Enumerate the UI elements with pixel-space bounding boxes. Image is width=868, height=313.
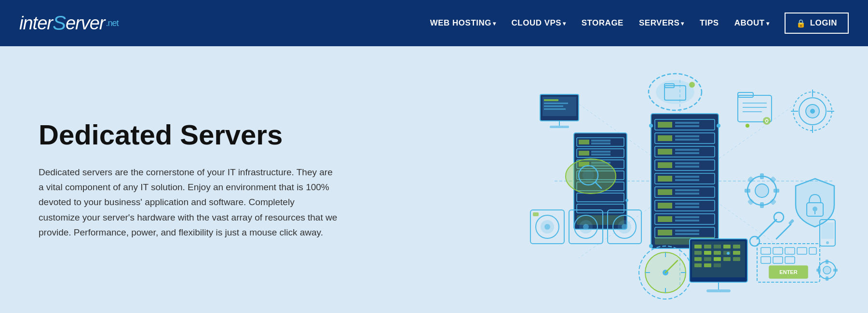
svg-rect-128 bbox=[785, 257, 795, 263]
nav-item-storage[interactable]: STORAGE bbox=[582, 18, 624, 28]
svg-rect-116 bbox=[704, 263, 711, 267]
svg-rect-53 bbox=[579, 151, 589, 156]
svg-rect-17 bbox=[675, 139, 699, 141]
svg-rect-170 bbox=[816, 269, 821, 272]
svg-rect-140 bbox=[770, 198, 776, 205]
svg-rect-123 bbox=[785, 248, 795, 254]
svg-rect-124 bbox=[797, 248, 807, 254]
svg-rect-12 bbox=[675, 122, 699, 124]
svg-rect-114 bbox=[733, 257, 740, 261]
svg-point-152 bbox=[810, 109, 815, 114]
svg-point-173 bbox=[717, 124, 720, 128]
svg-point-172 bbox=[649, 124, 653, 128]
svg-rect-104 bbox=[733, 245, 740, 248]
svg-point-176 bbox=[625, 199, 628, 202]
nav-item-web-hosting[interactable]: WEB HOSTING▾ bbox=[430, 18, 496, 28]
svg-rect-168 bbox=[826, 260, 828, 264]
nav-link-cloud-vps[interactable]: CLOUD VPS▾ bbox=[512, 18, 566, 27]
svg-rect-55 bbox=[591, 154, 610, 156]
lock-icon: 🔒 bbox=[796, 19, 806, 28]
svg-rect-29 bbox=[675, 179, 699, 181]
svg-rect-28 bbox=[675, 176, 699, 178]
svg-rect-54 bbox=[591, 151, 610, 153]
svg-rect-112 bbox=[714, 257, 721, 261]
logo-dotnet: .net bbox=[106, 18, 119, 28]
nav-link-web-hosting[interactable]: WEB HOSTING▾ bbox=[430, 18, 496, 27]
svg-rect-19 bbox=[658, 149, 672, 155]
svg-rect-27 bbox=[658, 176, 672, 182]
svg-point-132 bbox=[755, 184, 769, 197]
svg-rect-135 bbox=[745, 189, 750, 193]
nav-link-about[interactable]: ABOUT▾ bbox=[734, 18, 769, 27]
svg-point-143 bbox=[774, 212, 784, 222]
nav-item-about[interactable]: ABOUT▾ bbox=[734, 18, 769, 28]
svg-point-142 bbox=[750, 236, 760, 246]
hero-title: Dedicated Servers bbox=[39, 119, 338, 150]
svg-rect-16 bbox=[675, 135, 699, 137]
svg-rect-101 bbox=[704, 245, 711, 248]
svg-rect-15 bbox=[658, 135, 672, 141]
svg-rect-136 bbox=[773, 189, 779, 193]
svg-point-89 bbox=[622, 224, 627, 230]
navbar: interServer.net WEB HOSTING▾ CLOUD VPS▾ … bbox=[0, 0, 868, 46]
svg-point-76 bbox=[583, 170, 594, 181]
svg-rect-13 bbox=[675, 125, 699, 127]
nav-link-tips[interactable]: TIPS bbox=[700, 18, 719, 27]
svg-rect-37 bbox=[675, 206, 699, 208]
svg-rect-139 bbox=[747, 198, 754, 205]
svg-point-177 bbox=[727, 252, 730, 255]
svg-rect-44 bbox=[675, 230, 699, 232]
svg-rect-24 bbox=[675, 162, 699, 164]
svg-rect-106 bbox=[704, 251, 711, 255]
svg-rect-111 bbox=[704, 257, 711, 261]
svg-rect-72 bbox=[550, 126, 569, 128]
svg-rect-43 bbox=[658, 230, 672, 235]
svg-point-85 bbox=[583, 224, 589, 230]
svg-rect-137 bbox=[747, 176, 754, 183]
svg-rect-11 bbox=[658, 122, 672, 128]
svg-rect-107 bbox=[714, 251, 721, 255]
login-button[interactable]: 🔒 LOGIN bbox=[785, 13, 849, 34]
svg-point-8 bbox=[689, 82, 695, 88]
svg-rect-125 bbox=[809, 248, 816, 254]
hero-illustration: ENTER bbox=[506, 56, 854, 306]
svg-rect-20 bbox=[675, 149, 699, 151]
nav-link-storage[interactable]: STORAGE bbox=[582, 18, 624, 27]
svg-rect-36 bbox=[675, 203, 699, 205]
svg-rect-35 bbox=[658, 203, 672, 209]
svg-rect-127 bbox=[773, 257, 783, 263]
svg-rect-126 bbox=[761, 257, 771, 263]
svg-point-80 bbox=[544, 224, 550, 230]
svg-rect-109 bbox=[733, 251, 740, 255]
nav-link-servers[interactable]: SERVERS▾ bbox=[639, 18, 684, 27]
svg-point-147 bbox=[813, 207, 817, 211]
svg-rect-50 bbox=[591, 140, 610, 142]
nav-item-login[interactable]: 🔒 LOGIN bbox=[785, 13, 849, 34]
svg-rect-121 bbox=[761, 248, 771, 254]
logo-erver: erver bbox=[66, 13, 105, 34]
svg-rect-164 bbox=[821, 222, 834, 239]
svg-rect-169 bbox=[826, 276, 828, 281]
svg-rect-68 bbox=[544, 103, 568, 104]
svg-rect-117 bbox=[714, 263, 721, 267]
svg-rect-103 bbox=[723, 245, 731, 248]
svg-rect-45 bbox=[675, 233, 699, 235]
svg-rect-105 bbox=[694, 251, 702, 255]
svg-rect-25 bbox=[675, 166, 699, 168]
nav-item-servers[interactable]: SERVERS▾ bbox=[639, 18, 684, 28]
svg-line-144 bbox=[776, 224, 791, 239]
illustration-svg: ENTER bbox=[506, 56, 854, 306]
svg-rect-81 bbox=[533, 212, 539, 216]
svg-rect-113 bbox=[723, 257, 731, 261]
svg-rect-32 bbox=[675, 189, 699, 191]
svg-rect-41 bbox=[675, 220, 699, 222]
svg-point-162 bbox=[763, 117, 771, 125]
nav-item-cloud-vps[interactable]: CLOUD VPS▾ bbox=[512, 18, 566, 28]
svg-rect-138 bbox=[770, 176, 776, 183]
svg-rect-49 bbox=[579, 140, 589, 144]
svg-rect-69 bbox=[544, 105, 563, 107]
svg-point-175 bbox=[746, 124, 749, 128]
svg-rect-110 bbox=[694, 257, 702, 261]
nav-item-tips[interactable]: TIPS bbox=[700, 18, 719, 28]
svg-rect-134 bbox=[760, 202, 764, 208]
